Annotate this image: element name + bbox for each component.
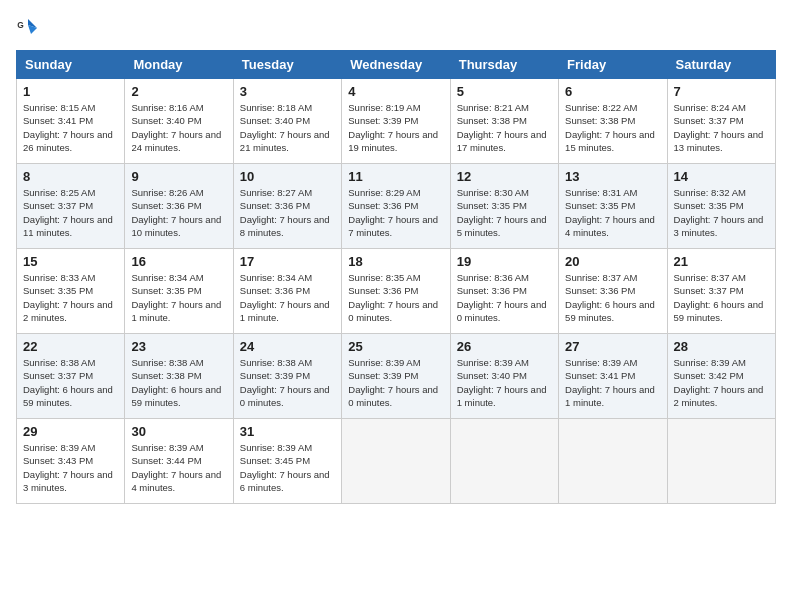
day-detail: Sunrise: 8:37 AM Sunset: 3:37 PM Dayligh… — [674, 271, 769, 324]
calendar-day-cell: 23 Sunrise: 8:38 AM Sunset: 3:38 PM Dayl… — [125, 334, 233, 419]
day-detail: Sunrise: 8:35 AM Sunset: 3:36 PM Dayligh… — [348, 271, 443, 324]
day-number: 25 — [348, 339, 443, 354]
calendar-day-cell: 12 Sunrise: 8:30 AM Sunset: 3:35 PM Dayl… — [450, 164, 558, 249]
day-number: 14 — [674, 169, 769, 184]
day-number: 21 — [674, 254, 769, 269]
calendar-day-cell: 31 Sunrise: 8:39 AM Sunset: 3:45 PM Dayl… — [233, 419, 341, 504]
day-number: 20 — [565, 254, 660, 269]
calendar-day-cell: 7 Sunrise: 8:24 AM Sunset: 3:37 PM Dayli… — [667, 79, 775, 164]
calendar-day-cell: 6 Sunrise: 8:22 AM Sunset: 3:38 PM Dayli… — [559, 79, 667, 164]
day-number: 27 — [565, 339, 660, 354]
calendar-week-row: 15 Sunrise: 8:33 AM Sunset: 3:35 PM Dayl… — [17, 249, 776, 334]
calendar-day-cell: 11 Sunrise: 8:29 AM Sunset: 3:36 PM Dayl… — [342, 164, 450, 249]
day-number: 29 — [23, 424, 118, 439]
calendar-day-cell: 17 Sunrise: 8:34 AM Sunset: 3:36 PM Dayl… — [233, 249, 341, 334]
calendar-day-cell: 24 Sunrise: 8:38 AM Sunset: 3:39 PM Dayl… — [233, 334, 341, 419]
day-number: 31 — [240, 424, 335, 439]
day-number: 15 — [23, 254, 118, 269]
calendar-day-cell: 9 Sunrise: 8:26 AM Sunset: 3:36 PM Dayli… — [125, 164, 233, 249]
day-number: 16 — [131, 254, 226, 269]
day-detail: Sunrise: 8:33 AM Sunset: 3:35 PM Dayligh… — [23, 271, 118, 324]
day-number: 24 — [240, 339, 335, 354]
calendar-day-cell: 8 Sunrise: 8:25 AM Sunset: 3:37 PM Dayli… — [17, 164, 125, 249]
day-detail: Sunrise: 8:31 AM Sunset: 3:35 PM Dayligh… — [565, 186, 660, 239]
logo: G — [16, 16, 44, 40]
day-detail: Sunrise: 8:39 AM Sunset: 3:43 PM Dayligh… — [23, 441, 118, 494]
weekday-header-thursday: Thursday — [450, 51, 558, 79]
calendar-day-cell: 18 Sunrise: 8:35 AM Sunset: 3:36 PM Dayl… — [342, 249, 450, 334]
weekday-header-sunday: Sunday — [17, 51, 125, 79]
day-number: 7 — [674, 84, 769, 99]
day-number: 23 — [131, 339, 226, 354]
day-detail: Sunrise: 8:25 AM Sunset: 3:37 PM Dayligh… — [23, 186, 118, 239]
day-detail: Sunrise: 8:38 AM Sunset: 3:39 PM Dayligh… — [240, 356, 335, 409]
calendar-day-cell: 13 Sunrise: 8:31 AM Sunset: 3:35 PM Dayl… — [559, 164, 667, 249]
calendar-day-cell: 4 Sunrise: 8:19 AM Sunset: 3:39 PM Dayli… — [342, 79, 450, 164]
calendar-day-cell: 15 Sunrise: 8:33 AM Sunset: 3:35 PM Dayl… — [17, 249, 125, 334]
calendar-day-cell: 16 Sunrise: 8:34 AM Sunset: 3:35 PM Dayl… — [125, 249, 233, 334]
calendar-day-cell: 14 Sunrise: 8:32 AM Sunset: 3:35 PM Dayl… — [667, 164, 775, 249]
svg-text:G: G — [17, 20, 24, 30]
day-detail: Sunrise: 8:38 AM Sunset: 3:37 PM Dayligh… — [23, 356, 118, 409]
day-number: 4 — [348, 84, 443, 99]
calendar-week-row: 1 Sunrise: 8:15 AM Sunset: 3:41 PM Dayli… — [17, 79, 776, 164]
day-number: 8 — [23, 169, 118, 184]
calendar-day-cell: 28 Sunrise: 8:39 AM Sunset: 3:42 PM Dayl… — [667, 334, 775, 419]
day-number: 17 — [240, 254, 335, 269]
weekday-header-saturday: Saturday — [667, 51, 775, 79]
calendar-day-cell: 30 Sunrise: 8:39 AM Sunset: 3:44 PM Dayl… — [125, 419, 233, 504]
calendar-day-cell: 20 Sunrise: 8:37 AM Sunset: 3:36 PM Dayl… — [559, 249, 667, 334]
calendar-week-row: 29 Sunrise: 8:39 AM Sunset: 3:43 PM Dayl… — [17, 419, 776, 504]
day-number: 11 — [348, 169, 443, 184]
logo-icon: G — [16, 16, 40, 40]
calendar-day-cell: 25 Sunrise: 8:39 AM Sunset: 3:39 PM Dayl… — [342, 334, 450, 419]
calendar-day-cell: 19 Sunrise: 8:36 AM Sunset: 3:36 PM Dayl… — [450, 249, 558, 334]
page-header: G — [16, 16, 776, 40]
calendar-day-cell: 21 Sunrise: 8:37 AM Sunset: 3:37 PM Dayl… — [667, 249, 775, 334]
day-detail: Sunrise: 8:34 AM Sunset: 3:36 PM Dayligh… — [240, 271, 335, 324]
calendar-day-cell — [342, 419, 450, 504]
day-number: 19 — [457, 254, 552, 269]
weekday-header-monday: Monday — [125, 51, 233, 79]
weekday-header-tuesday: Tuesday — [233, 51, 341, 79]
day-detail: Sunrise: 8:38 AM Sunset: 3:38 PM Dayligh… — [131, 356, 226, 409]
day-detail: Sunrise: 8:32 AM Sunset: 3:35 PM Dayligh… — [674, 186, 769, 239]
day-number: 9 — [131, 169, 226, 184]
day-detail: Sunrise: 8:24 AM Sunset: 3:37 PM Dayligh… — [674, 101, 769, 154]
day-detail: Sunrise: 8:39 AM Sunset: 3:45 PM Dayligh… — [240, 441, 335, 494]
day-detail: Sunrise: 8:36 AM Sunset: 3:36 PM Dayligh… — [457, 271, 552, 324]
weekday-header-friday: Friday — [559, 51, 667, 79]
calendar-day-cell: 22 Sunrise: 8:38 AM Sunset: 3:37 PM Dayl… — [17, 334, 125, 419]
weekday-header-wednesday: Wednesday — [342, 51, 450, 79]
calendar-day-cell: 10 Sunrise: 8:27 AM Sunset: 3:36 PM Dayl… — [233, 164, 341, 249]
calendar-day-cell: 2 Sunrise: 8:16 AM Sunset: 3:40 PM Dayli… — [125, 79, 233, 164]
calendar-day-cell: 5 Sunrise: 8:21 AM Sunset: 3:38 PM Dayli… — [450, 79, 558, 164]
day-detail: Sunrise: 8:34 AM Sunset: 3:35 PM Dayligh… — [131, 271, 226, 324]
day-detail: Sunrise: 8:15 AM Sunset: 3:41 PM Dayligh… — [23, 101, 118, 154]
day-number: 22 — [23, 339, 118, 354]
day-detail: Sunrise: 8:21 AM Sunset: 3:38 PM Dayligh… — [457, 101, 552, 154]
calendar-day-cell — [559, 419, 667, 504]
day-number: 28 — [674, 339, 769, 354]
day-detail: Sunrise: 8:27 AM Sunset: 3:36 PM Dayligh… — [240, 186, 335, 239]
day-number: 18 — [348, 254, 443, 269]
day-detail: Sunrise: 8:37 AM Sunset: 3:36 PM Dayligh… — [565, 271, 660, 324]
day-number: 5 — [457, 84, 552, 99]
calendar-table: SundayMondayTuesdayWednesdayThursdayFrid… — [16, 50, 776, 504]
day-detail: Sunrise: 8:39 AM Sunset: 3:40 PM Dayligh… — [457, 356, 552, 409]
day-number: 6 — [565, 84, 660, 99]
day-detail: Sunrise: 8:39 AM Sunset: 3:44 PM Dayligh… — [131, 441, 226, 494]
day-detail: Sunrise: 8:39 AM Sunset: 3:42 PM Dayligh… — [674, 356, 769, 409]
calendar-day-cell: 26 Sunrise: 8:39 AM Sunset: 3:40 PM Dayl… — [450, 334, 558, 419]
calendar-day-cell: 29 Sunrise: 8:39 AM Sunset: 3:43 PM Dayl… — [17, 419, 125, 504]
day-number: 2 — [131, 84, 226, 99]
day-detail: Sunrise: 8:39 AM Sunset: 3:39 PM Dayligh… — [348, 356, 443, 409]
day-number: 13 — [565, 169, 660, 184]
day-number: 3 — [240, 84, 335, 99]
day-number: 1 — [23, 84, 118, 99]
day-detail: Sunrise: 8:18 AM Sunset: 3:40 PM Dayligh… — [240, 101, 335, 154]
day-detail: Sunrise: 8:22 AM Sunset: 3:38 PM Dayligh… — [565, 101, 660, 154]
day-detail: Sunrise: 8:39 AM Sunset: 3:41 PM Dayligh… — [565, 356, 660, 409]
calendar-header-row: SundayMondayTuesdayWednesdayThursdayFrid… — [17, 51, 776, 79]
calendar-week-row: 8 Sunrise: 8:25 AM Sunset: 3:37 PM Dayli… — [17, 164, 776, 249]
